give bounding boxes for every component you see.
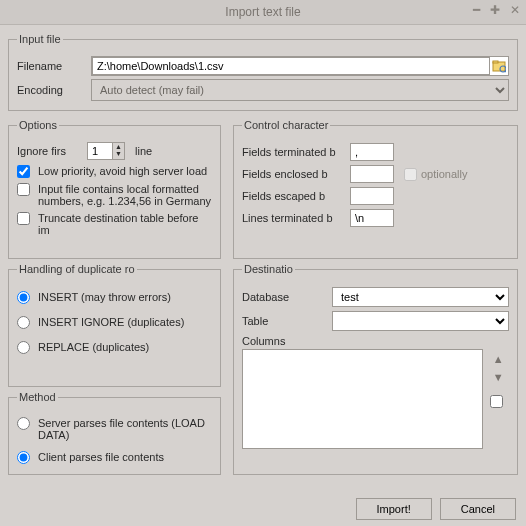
client-parse-radio[interactable] <box>17 451 30 464</box>
destination-legend: Destinatio <box>242 263 295 275</box>
server-parse-radio[interactable] <box>17 417 30 430</box>
ignore-lines-spinner[interactable]: ▲▼ <box>87 142 127 160</box>
insert-ignore-radio[interactable] <box>17 316 30 329</box>
dialog-window: Import text file ━ ✚ ✕ Input file Filena… <box>0 0 526 526</box>
spin-up-icon[interactable]: ▲ <box>113 143 124 150</box>
duplicate-legend: Handling of duplicate ro <box>17 263 137 275</box>
low-priority-label: Low priority, avoid high server load <box>38 165 212 177</box>
fields-enclosed-input[interactable] <box>350 165 394 183</box>
minimize-icon[interactable]: ━ <box>473 4 480 16</box>
low-priority-checkbox[interactable] <box>17 165 30 178</box>
optionally-label: optionally <box>421 168 467 180</box>
truncate-checkbox[interactable] <box>17 212 30 225</box>
import-button[interactable]: Import! <box>356 498 432 520</box>
ignore-first-suffix: line <box>135 145 152 157</box>
method-group: Method Server parses file contents (LOAD… <box>8 391 221 475</box>
fields-escaped-input[interactable] <box>350 187 394 205</box>
filename-label: Filename <box>17 60 87 72</box>
replace-label: REPLACE (duplicates) <box>38 341 212 353</box>
ignore-first-label: Ignore firs <box>17 145 83 157</box>
filename-input[interactable] <box>92 57 490 75</box>
fields-enclosed-label: Fields enclosed b <box>242 168 350 180</box>
database-select[interactable]: test <box>332 287 509 307</box>
optionally-checkbox[interactable] <box>404 168 417 181</box>
window-buttons: ━ ✚ ✕ <box>473 4 520 16</box>
insert-radio[interactable] <box>17 291 30 304</box>
server-parse-label: Server parses file contents (LOAD DATA) <box>38 417 212 441</box>
fields-escaped-label: Fields escaped b <box>242 190 350 202</box>
client-parse-label: Client parses file contents <box>38 451 212 463</box>
browse-file-icon[interactable] <box>490 59 508 73</box>
encoding-label: Encoding <box>17 84 87 96</box>
control-chars-legend: Control character <box>242 119 330 131</box>
move-down-icon[interactable]: ▼ <box>493 371 504 383</box>
spin-down-icon[interactable]: ▼ <box>113 150 124 157</box>
duplicate-handling-group: Handling of duplicate ro INSERT (may thr… <box>8 263 221 387</box>
table-select[interactable] <box>332 311 509 331</box>
input-file-legend: Input file <box>17 33 63 45</box>
insert-label: INSERT (may throw errors) <box>38 291 212 303</box>
close-icon[interactable]: ✕ <box>510 4 520 16</box>
lines-terminated-input[interactable] <box>350 209 394 227</box>
dialog-button-bar: Import! Cancel <box>356 498 516 520</box>
destination-group: Destinatio Database test Table Columns ▲ <box>233 263 518 475</box>
options-legend: Options <box>17 119 59 131</box>
replace-radio[interactable] <box>17 341 30 354</box>
move-up-icon[interactable]: ▲ <box>493 353 504 365</box>
encoding-select[interactable]: Auto detect (may fail) <box>91 79 509 101</box>
local-numbers-label: Input file contains local formatted numb… <box>38 183 212 207</box>
options-group: Options Ignore firs ▲▼ line Low priority… <box>8 119 221 259</box>
columns-side-controls: ▲ ▼ <box>487 349 509 449</box>
columns-listbox[interactable] <box>242 349 483 449</box>
control-chars-group: Control character Fields terminated b Fi… <box>233 119 518 259</box>
ignore-lines-input[interactable] <box>87 142 113 160</box>
insert-ignore-label: INSERT IGNORE (duplicates) <box>38 316 212 328</box>
fields-terminated-label: Fields terminated b <box>242 146 350 158</box>
columns-label: Columns <box>242 335 509 347</box>
truncate-label: Truncate destination table before im <box>38 212 212 236</box>
fields-terminated-input[interactable] <box>350 143 394 161</box>
svg-rect-1 <box>493 61 498 63</box>
svg-line-3 <box>505 71 506 72</box>
input-file-group: Input file Filename Encoding Auto detect… <box>8 33 518 111</box>
database-label: Database <box>242 291 332 303</box>
method-legend: Method <box>17 391 58 403</box>
filename-field-wrap <box>91 56 509 76</box>
window-title: Import text file <box>225 5 300 19</box>
local-numbers-checkbox[interactable] <box>17 183 30 196</box>
dialog-body: Input file Filename Encoding Auto detect… <box>0 25 526 481</box>
cancel-button[interactable]: Cancel <box>440 498 516 520</box>
maximize-icon[interactable]: ✚ <box>490 4 500 16</box>
titlebar: Import text file ━ ✚ ✕ <box>0 0 526 25</box>
columns-toggle-checkbox[interactable] <box>490 395 503 408</box>
lines-terminated-label: Lines terminated b <box>242 212 350 224</box>
table-label: Table <box>242 315 332 327</box>
